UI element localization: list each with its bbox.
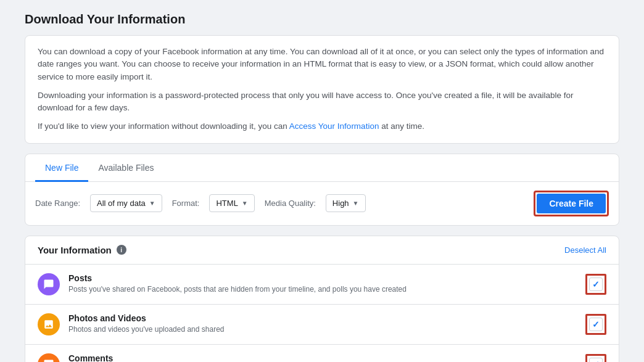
date-range-label: Date Range:	[35, 199, 80, 208]
your-information-card: Your Information i Deselect All Posts Po…	[25, 236, 619, 363]
tab-controls: Date Range: All of my data ▼ Format: HTM…	[25, 182, 619, 225]
photos-videos-description: Photos and videos you've uploaded and sh…	[68, 324, 585, 335]
format-dropdown[interactable]: HTML ▼	[209, 194, 254, 212]
date-range-dropdown[interactable]: All of my data ▼	[90, 194, 162, 212]
info-paragraph-1: You can download a copy of your Facebook…	[38, 46, 606, 83]
create-file-highlight: Create File	[534, 191, 609, 216]
posts-checkbox[interactable]: ✓	[589, 278, 603, 291]
photos-videos-checkmark-icon: ✓	[592, 319, 600, 329]
posts-text: Posts Posts you've shared on Facebook, p…	[68, 273, 585, 295]
your-information-title-text: Your Information	[38, 245, 112, 255]
comments-checkbox-highlight: ✓	[585, 354, 606, 363]
tab-available-files[interactable]: Available Files	[88, 154, 163, 182]
info-box: You can download a copy of your Facebook…	[25, 35, 619, 144]
posts-checkbox-highlight: ✓	[585, 274, 606, 295]
comments-checkmark-icon: ✓	[592, 360, 600, 363]
create-file-button[interactable]: Create File	[537, 194, 606, 213]
posts-title: Posts	[68, 273, 585, 283]
date-range-chevron-icon: ▼	[149, 200, 155, 207]
comments-checkbox[interactable]: ✓	[589, 358, 603, 363]
deselect-all-button[interactable]: Deselect All	[564, 245, 606, 255]
media-quality-value: High	[332, 199, 349, 208]
info-paragraph-2: Downloading your information is a passwo…	[38, 89, 606, 115]
format-value: HTML	[216, 199, 237, 208]
tabs-header: New File Available Files	[25, 154, 619, 182]
list-item: Posts Posts you've shared on Facebook, p…	[25, 265, 619, 305]
comments-text: Comments Comments you've posted on your …	[68, 353, 585, 362]
comments-title: Comments	[68, 353, 585, 362]
comments-icon	[38, 353, 60, 363]
format-chevron-icon: ▼	[242, 200, 248, 207]
list-item: Photos and Videos Photos and videos you'…	[25, 305, 619, 345]
info-paragraph-3: If you'd like to view your information w…	[38, 120, 606, 133]
posts-icon	[38, 273, 60, 295]
info-tooltip-icon[interactable]: i	[117, 245, 126, 255]
photos-videos-icon	[38, 313, 60, 335]
info-paragraph-3-before: If you'd like to view your information w…	[38, 121, 289, 131]
media-quality-label: Media Quality:	[265, 199, 316, 208]
your-information-title: Your Information i	[38, 245, 126, 255]
photos-videos-text: Photos and Videos Photos and videos you'…	[68, 313, 585, 335]
tab-new-file[interactable]: New File	[35, 154, 88, 182]
date-range-value: All of my data	[97, 199, 146, 208]
photos-videos-checkbox[interactable]: ✓	[589, 318, 603, 331]
posts-checkmark-icon: ✓	[592, 279, 600, 289]
your-information-header: Your Information i Deselect All	[25, 236, 619, 265]
access-your-information-link[interactable]: Access Your Information	[289, 121, 379, 131]
posts-description: Posts you've shared on Facebook, posts t…	[68, 284, 585, 295]
tabs-card: New File Available Files Date Range: All…	[25, 154, 619, 226]
photos-videos-checkbox-highlight: ✓	[585, 314, 606, 335]
info-paragraph-3-after: at any time.	[379, 121, 424, 131]
media-quality-dropdown[interactable]: High ▼	[326, 194, 366, 212]
list-item: Comments Comments you've posted on your …	[25, 345, 619, 363]
format-label: Format:	[172, 199, 200, 208]
photos-videos-title: Photos and Videos	[68, 313, 585, 323]
media-quality-chevron-icon: ▼	[353, 200, 359, 207]
page-title: Download Your Information	[25, 12, 619, 27]
